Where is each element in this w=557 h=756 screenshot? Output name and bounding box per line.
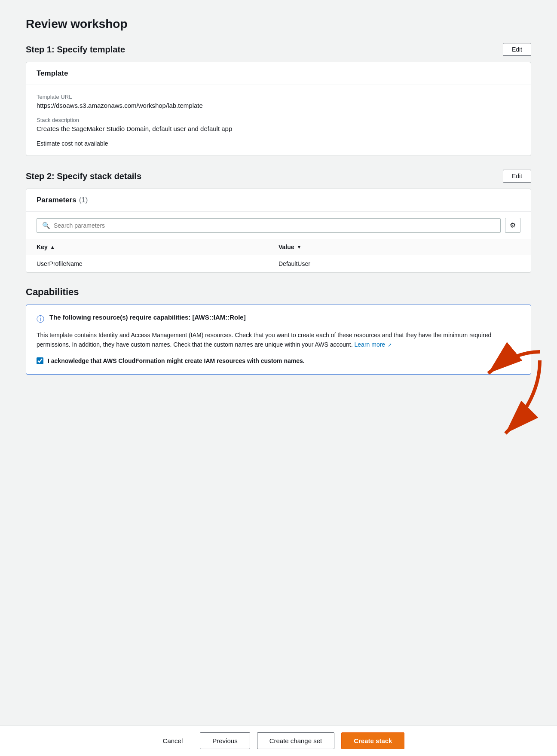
capabilities-warning-body: This template contains Identity and Acce… (37, 330, 520, 350)
capabilities-section-title: Capabilities (26, 287, 531, 298)
create-stack-button[interactable]: Create stack (341, 732, 404, 749)
column-key-header: Key ▲ (37, 244, 278, 250)
parameters-count: (1) (79, 196, 88, 204)
search-input[interactable] (54, 222, 495, 229)
learn-more-link[interactable]: Learn more ➚ (355, 341, 392, 348)
capabilities-warning-title: The following resource(s) require capabi… (49, 314, 246, 321)
iam-acknowledge-checkbox[interactable] (37, 357, 43, 364)
sort-arrow-up-icon: ▲ (50, 244, 55, 250)
template-url-label: Template URL (37, 94, 520, 100)
stack-description-label: Stack description (37, 117, 520, 123)
info-icon: ⓘ (37, 314, 44, 324)
template-card-header: Template (26, 62, 531, 85)
cancel-button[interactable]: Cancel (153, 733, 193, 749)
search-bar-row: 🔍 ⚙ (26, 212, 531, 239)
estimate-note: Estimate cost not available (37, 140, 520, 147)
parameters-header: Parameters (1) (26, 189, 531, 212)
parameters-card: Parameters (1) 🔍 ⚙ Key ▲ Value ▼ UserPro… (26, 189, 531, 273)
step1-edit-button[interactable]: Edit (503, 43, 531, 56)
capabilities-section: ⓘ The following resource(s) require capa… (26, 305, 531, 375)
template-url-value: https://dsoaws.s3.amazonaws.com/workshop… (37, 102, 520, 109)
step2-edit-button[interactable]: Edit (503, 170, 531, 183)
step2-title: Step 2: Specify stack details (26, 171, 141, 181)
step1-title: Step 1: Specify template (26, 45, 125, 55)
search-input-wrapper[interactable]: 🔍 (37, 218, 501, 233)
template-card-body: Template URL https://dsoaws.s3.amazonaws… (26, 85, 531, 155)
capabilities-warning-header: ⓘ The following resource(s) require capa… (37, 314, 520, 324)
footer-bar: Cancel Previous Create change set Create… (0, 725, 557, 756)
search-icon: 🔍 (42, 222, 50, 229)
param-key-cell: UserProfileName (37, 260, 278, 267)
external-link-icon: ➚ (388, 342, 392, 348)
iam-acknowledge-label: I acknowledge that AWS CloudFormation mi… (48, 357, 305, 366)
stack-description-group: Stack description Creates the SageMaker … (37, 117, 520, 132)
step1-header: Step 1: Specify template Edit (26, 43, 531, 56)
param-value-cell: DefaultUser (278, 260, 520, 267)
table-header-row: Key ▲ Value ▼ (26, 239, 531, 255)
gear-icon-button[interactable]: ⚙ (505, 218, 520, 233)
table-row: UserProfileName DefaultUser (26, 255, 531, 272)
template-url-group: Template URL https://dsoaws.s3.amazonaws… (37, 94, 520, 109)
stack-description-value: Creates the SageMaker Studio Domain, def… (37, 125, 520, 132)
iam-acknowledge-row: I acknowledge that AWS CloudFormation mi… (37, 357, 520, 366)
parameters-title: Parameters (37, 196, 77, 204)
page-title: Review workshop (26, 17, 531, 31)
previous-button[interactable]: Previous (200, 732, 250, 749)
capabilities-box: ⓘ The following resource(s) require capa… (26, 305, 531, 375)
sort-arrow-down-icon: ▼ (297, 244, 302, 250)
step2-header: Step 2: Specify stack details Edit (26, 170, 531, 183)
create-change-set-button[interactable]: Create change set (257, 732, 335, 749)
template-card: Template Template URL https://dsoaws.s3.… (26, 62, 531, 156)
column-value-header: Value ▼ (278, 244, 520, 250)
